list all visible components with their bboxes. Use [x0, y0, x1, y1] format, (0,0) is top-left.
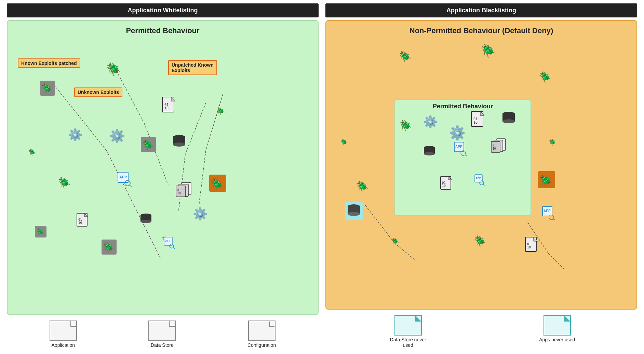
svg-text:🪲: 🪲 — [474, 235, 487, 247]
right-bug-3: 🪲 — [538, 69, 553, 84]
svg-text:🪲: 🪲 — [210, 178, 224, 191]
inner-gear-1: ⚙️ — [422, 114, 438, 129]
inner-db-2 — [422, 145, 436, 160]
svg-text:⚙️: ⚙️ — [109, 128, 125, 143]
inner-app-search: APP — [453, 141, 468, 156]
right-legend: Data Store never used Apps never used — [325, 312, 637, 351]
bug-3-sm: 🪲 — [216, 106, 226, 116]
right-panel-title: Application Blacklisting — [325, 3, 637, 17]
left-box-title: Permitted Behaviour — [13, 26, 312, 35]
legend-doc-apps-never-used — [544, 315, 571, 336]
svg-text:10: 10 — [442, 184, 446, 188]
legend-datastore: Data Store — [148, 321, 176, 348]
svg-text:🪲: 🪲 — [340, 138, 348, 146]
binary-doc-1: 01 10 — [161, 96, 177, 114]
legend-doc-datastore-never-used — [394, 315, 422, 336]
svg-line-7 — [206, 94, 223, 151]
svg-point-82 — [502, 119, 515, 123]
svg-text:🪲: 🪲 — [481, 43, 496, 58]
svg-text:10: 10 — [473, 121, 478, 124]
known-exploits-label: Known Exploits patched — [18, 58, 80, 68]
right-panel-box: Non-Permitted Behaviour (Default Deny) 🪲… — [325, 20, 637, 310]
gear-1: ⚙️ — [67, 127, 82, 142]
svg-text:10: 10 — [164, 106, 169, 110]
svg-text:⚙️: ⚙️ — [449, 125, 465, 140]
right-bug-2: 🪲 — [480, 41, 497, 58]
db-1 — [172, 134, 187, 151]
svg-text:🪲: 🪲 — [106, 62, 121, 76]
left-panel: Application Whitelisting Permitted Behav… — [7, 3, 319, 351]
inner-data-cluster: 01 10 — [491, 138, 509, 154]
legend-doc-datastore — [148, 321, 176, 341]
app-search-1: APP — [117, 171, 133, 187]
datastore-never-used-icon — [345, 202, 363, 220]
svg-line-44 — [130, 185, 132, 187]
svg-text:APP: APP — [119, 175, 127, 179]
right-bug-8: 🪲 — [538, 171, 555, 188]
svg-text:APP: APP — [544, 209, 551, 213]
inner-binary-doc-2: 01 10 — [440, 175, 453, 191]
legend-label-configuration: Configuration — [247, 342, 276, 348]
inner-binary-doc: 01 10 — [470, 110, 486, 128]
right-bug-9-sm: 🪲 — [548, 137, 558, 147]
svg-text:🪲: 🪲 — [142, 139, 154, 151]
legend-label-datastore: Data Store — [151, 342, 174, 348]
svg-text:⚙️: ⚙️ — [423, 115, 437, 128]
svg-point-24 — [173, 142, 185, 147]
svg-text:⚙️: ⚙️ — [193, 207, 207, 220]
svg-text:10: 10 — [493, 147, 496, 150]
svg-point-85 — [424, 152, 435, 155]
left-panel-title: Application Whitelisting — [7, 3, 319, 17]
left-legend: Application Data Store Configuration — [7, 318, 319, 351]
svg-text:⚙️: ⚙️ — [68, 128, 82, 141]
svg-text:🪲: 🪲 — [549, 138, 556, 146]
svg-text:🪲: 🪲 — [399, 120, 412, 132]
inner-permitted-box: Permitted Behaviour 🪲 ⚙️ ⚙️ — [394, 99, 531, 216]
svg-line-52 — [548, 253, 565, 270]
bug-1: 🪲 — [105, 60, 122, 77]
binary-doc-right: 01 10 — [524, 236, 539, 253]
gear-2: ⚙️ — [108, 127, 125, 144]
svg-text:10: 10 — [527, 246, 531, 249]
svg-text:🪲: 🪲 — [539, 174, 553, 187]
svg-line-68 — [553, 219, 555, 220]
unpatched-exploits-label: Unpatched KnownExploits — [168, 60, 217, 75]
legend-label-datastore-never-used: Data Store never used — [388, 337, 429, 348]
right-bug-6-sm: 🪲 — [391, 236, 401, 246]
svg-text:🪲: 🪲 — [539, 71, 552, 83]
inner-bug-1: 🪲 — [399, 117, 414, 132]
legend-configuration: Configuration — [247, 321, 276, 348]
right-panel: Application Blacklisting Non-Permitted B… — [325, 3, 637, 351]
unknown-exploits-label: Unknown Exploits — [74, 87, 122, 97]
svg-line-1 — [107, 151, 144, 226]
bug-8-gray-sm: 🪲 — [35, 226, 46, 237]
legend-doc-configuration — [248, 321, 276, 341]
right-bug-5: 🪲 — [355, 178, 370, 193]
bug-9: 🪲 — [102, 240, 117, 255]
gear-3: ⚙️ — [192, 205, 208, 221]
svg-text:10: 10 — [78, 221, 82, 224]
svg-text:APP: APP — [165, 239, 172, 243]
left-panel-box: Permitted Behaviour Known Exploits patch… — [7, 20, 319, 315]
bug-4-sm: 🪲 — [28, 147, 38, 157]
svg-line-48 — [173, 247, 175, 249]
inner-gear-2: ⚙️ — [448, 124, 465, 141]
svg-line-8 — [199, 151, 206, 205]
svg-line-2 — [144, 226, 161, 260]
svg-text:🪲: 🪲 — [36, 228, 44, 236]
svg-line-4 — [144, 123, 168, 185]
right-bug-1: 🪲 — [398, 48, 413, 63]
db-2 — [139, 212, 153, 227]
right-bug-7: 🪲 — [473, 233, 488, 248]
bug-5: 🪲 — [57, 175, 72, 190]
svg-text:🪲: 🪲 — [356, 180, 369, 192]
right-bug-4-sm: 🪲 — [340, 137, 349, 147]
app-search-2: APP — [163, 236, 176, 249]
main-container: Application Whitelisting Permitted Behav… — [0, 0, 644, 354]
svg-text:APP: APP — [475, 177, 481, 180]
bug-6-gray: 🪲 — [141, 137, 156, 152]
svg-line-49 — [365, 205, 394, 243]
inner-permitted-title: Permitted Behaviour — [398, 103, 528, 110]
bug-2-gray: 🪲 — [40, 81, 55, 96]
inner-app-search-sm: APP — [474, 174, 486, 186]
